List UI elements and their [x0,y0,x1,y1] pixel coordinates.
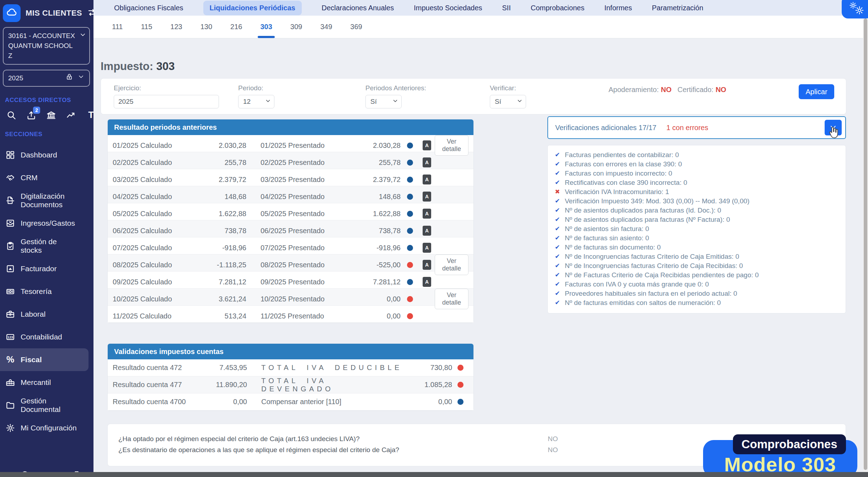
pdf-icon[interactable] [423,192,431,202]
settings-gears-button[interactable] [842,0,868,18]
pdf-icon[interactable] [423,209,431,219]
model-tab[interactable]: 111 [111,21,123,32]
period-pres-value: -525,00 [364,261,401,269]
sidebar: MIS CLIENTES 30161 - ACCOUNTEX QUANTUM S… [0,0,93,477]
model-tab[interactable]: 216 [230,21,243,32]
verification-text: Nº de asientos sin factura: 0 [565,224,649,234]
pdf-icon[interactable] [423,260,431,270]
sidebar-item[interactable]: CRM [0,166,93,189]
verificar-select[interactable]: Sí [490,95,526,108]
video-progress-bar[interactable] [0,472,868,477]
sidebar-item[interactable]: Tesorería [0,280,93,303]
periodo-select[interactable]: 12 [238,95,274,108]
toolbox-icon [6,378,15,387]
period-pres-label: 04/2025 Presentado [261,193,364,201]
nav-item[interactable]: Informes [604,4,632,12]
table-row: 07/2025 Calculado -918,96 07/2025 Presen… [108,237,473,254]
sidebar-item[interactable]: % Fiscal [0,348,89,371]
brand-title: MIS CLIENTES [26,9,82,18]
validations-table-body: Resultado cuenta 472 7.453,95 TOTAL IVA … [108,359,473,411]
ver-detalle-button[interactable]: Ver detalle [435,135,468,156]
status-icon [553,160,561,169]
sidebar-item[interactable]: Laboral [0,303,93,326]
sidebar-item-label: Gestión Documental [21,397,77,414]
verification-item: Nº de facturas sin documento: 0 [553,243,840,252]
verification-item: Facturas con impuesto incorrecto: 0 [553,169,840,178]
sidebar-item[interactable]: Gestión Documental [0,394,93,417]
sidebar-item[interactable]: Mercantil [0,371,93,394]
model-tab[interactable]: 130 [200,21,213,32]
ver-detalle-button[interactable]: Ver detalle [435,254,468,275]
nav-item[interactable]: Impuesto Sociedades [414,4,482,12]
client-selector[interactable]: 30161 - ACCOUNTEX QUANTUM SCHOOL Z [3,27,90,65]
table-row: 05/2025 Calculado 1.622,88 05/2025 Prese… [108,203,473,220]
nav-item[interactable]: SII [502,4,511,12]
nav-item[interactable]: Liquidaciones Periódicas [203,1,302,15]
shortcut-button[interactable]: T [86,110,96,121]
period-pres-value: 1.622,88 [364,210,401,218]
verifications-title: Verificaciones adicionales 17/17 [555,124,657,132]
sidebar-item[interactable]: Mi Configuración [0,417,93,439]
sections-title: SECCIONES [5,131,93,138]
shortcut-button[interactable] [66,110,76,121]
cloud-logo[interactable] [3,4,21,22]
sidebar-item[interactable]: 123 Contabilidad [0,326,93,348]
model-tab[interactable]: 309 [290,21,303,32]
period-pres-label: 09/2025 Presentado [261,278,364,286]
status-icon [553,178,561,187]
table-row: 01/2025 Calculado 2.030,28 01/2025 Prese… [108,135,473,152]
sidebar-item-label: Laboral [21,310,45,318]
svg-text:T: T [88,110,94,120]
ver-detalle-button[interactable]: Ver detalle [435,289,468,309]
ejercicio-input[interactable] [114,95,219,108]
nav-item[interactable]: Parametrización [652,4,703,12]
table-row: 06/2025 Calculado 738,78 06/2025 Present… [108,220,473,237]
model-tab[interactable]: 349 [320,21,333,32]
model-tab[interactable]: 123 [170,21,183,32]
sidebar-item[interactable]: Gestión de stocks [0,235,93,257]
pdf-icon[interactable] [423,157,431,167]
verification-item: Nº de asientos duplicados para facturas … [553,215,840,224]
model-tab[interactable]: 115 [140,21,153,32]
scrollbar-track[interactable] [863,0,868,472]
period-pres-label: 01/2025 Presentado [261,141,364,150]
aplicar-button[interactable]: Aplicar [799,84,834,99]
collapse-sidebar-icon[interactable] [87,8,96,18]
period-calc-label: 10/2025 Calculado [113,295,211,303]
shortcut-button[interactable]: 2 [26,110,36,121]
verification-item: Nº de facturas emitidas con saltos de nu… [553,298,840,307]
year-selector[interactable]: 2025 [3,70,90,87]
status-dot [407,313,413,319]
nav-item[interactable]: Declaraciones Anuales [322,4,394,12]
periodos-anteriores-label: Periodos Anteriores: [365,84,426,92]
sidebar-item[interactable]: Facturador [0,257,93,280]
pdf-icon[interactable] [423,243,431,253]
scrollbar-thumb[interactable] [864,18,867,470]
shortcut-button[interactable] [46,110,56,121]
period-calc-label: 11/2025 Calculado [113,312,211,320]
total-label: Compensar anterior [110] [261,398,406,406]
pdf-icon[interactable] [423,277,431,287]
filters-card: Ejercicio: Periodo: 12 Periodos Anterior… [101,78,846,114]
model-tab[interactable]: 303 [259,21,273,32]
verification-item: Facturas con IVA 0 y cuota más grande qu… [553,280,840,289]
status-icon [553,224,561,234]
sidebar-item[interactable]: Digitalización Documentos [0,189,93,212]
nav-item[interactable]: Comprobaciones [531,4,584,12]
shortcut-button[interactable] [6,110,16,121]
status-icon [553,280,561,289]
pdf-icon[interactable] [423,140,431,150]
period-calc-label: 05/2025 Calculado [113,210,211,218]
pdf-icon[interactable] [423,175,431,184]
pdf-icon[interactable] [423,226,431,236]
nav-item[interactable]: Obligaciones Fiscales [114,4,183,12]
dashboard-icon [6,150,15,160]
sidebar-item[interactable]: Dashboard [0,144,93,166]
sidebar-item[interactable]: Ingresos/Gastos [0,212,93,235]
account-label: Resultado cuenta 472 [113,364,214,372]
period-calc-value: 3.621,24 [211,295,246,303]
total-value: 1.085,28 [406,381,452,389]
model-tab[interactable]: 369 [350,21,363,32]
periodos-anteriores-select[interactable]: Sí [365,95,402,108]
verification-text: Rectificativas con clase 390 incorrecta:… [565,178,687,187]
